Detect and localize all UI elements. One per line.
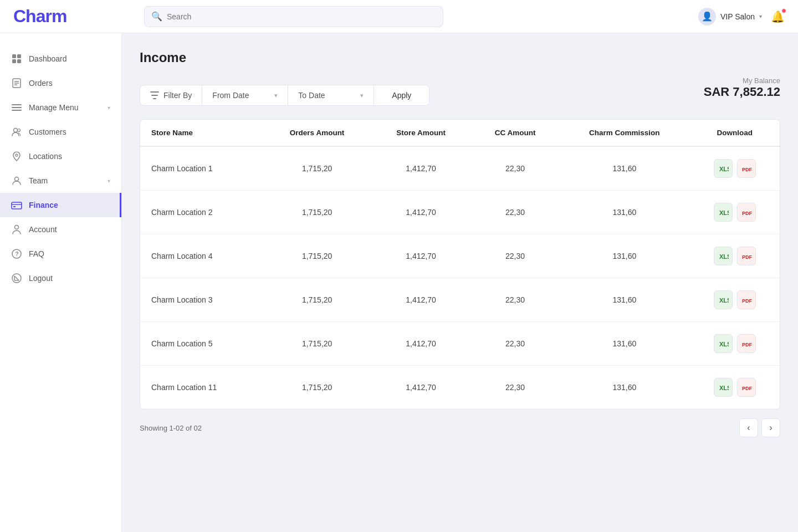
- download-excel-button[interactable]: XLS: [714, 247, 733, 265]
- sidebar: Dashboard Orders Manage Menu ▾ Customers: [0, 33, 122, 532]
- sidebar-item-orders[interactable]: Orders: [0, 71, 121, 95]
- location-icon: [11, 151, 22, 162]
- to-date-label: To Date: [298, 91, 325, 100]
- cell-store-amount: 1,412,70: [371, 322, 471, 366]
- cell-cc-amount: 22,30: [471, 366, 560, 410]
- sidebar-label-team: Team: [29, 176, 101, 185]
- cell-orders-amount: 1,715,20: [263, 191, 371, 234]
- cell-cc-amount: 22,30: [471, 146, 560, 191]
- download-pdf-button[interactable]: PDF: [737, 159, 756, 178]
- cell-download: XLS PDF: [689, 234, 780, 278]
- sidebar-item-dashboard[interactable]: Dashboard: [0, 47, 121, 71]
- cell-store-amount: 1,412,70: [371, 191, 471, 234]
- sidebar-item-team[interactable]: Team ▾: [0, 168, 121, 193]
- svg-rect-2: [12, 59, 16, 63]
- customers-icon: [11, 126, 22, 137]
- table: Store Name Orders Amount Store Amount CC…: [140, 120, 780, 409]
- from-date-chevron-down-icon: ▾: [274, 92, 278, 99]
- table-row: Charm Location 5 1,715,20 1,412,70 22,30…: [140, 322, 780, 366]
- showing-text: Showing 1-02 of 02: [140, 424, 202, 432]
- income-table: Store Name Orders Amount Store Amount CC…: [140, 119, 780, 410]
- faq-icon: ?: [11, 248, 22, 259]
- download-excel-button[interactable]: XLS: [714, 378, 733, 397]
- download-pdf-button[interactable]: PDF: [737, 290, 756, 309]
- cell-download: XLS PDF: [689, 322, 780, 366]
- svg-text:PDF: PDF: [742, 342, 752, 347]
- filter-by-text: Filter By: [163, 91, 192, 100]
- svg-point-11: [14, 129, 18, 132]
- user-info[interactable]: 👤 VIP Salon ▾: [698, 8, 762, 25]
- svg-rect-15: [12, 202, 22, 209]
- svg-text:XLS: XLS: [719, 253, 729, 260]
- balance-label: My Balance: [704, 76, 780, 85]
- cell-cc-amount: 22,30: [471, 191, 560, 234]
- sidebar-item-account[interactable]: Account: [0, 217, 121, 242]
- sidebar-item-locations[interactable]: Locations: [0, 144, 121, 168]
- topnav: Charm 🔍 👤 VIP Salon ▾ 🔔: [0, 0, 798, 33]
- topnav-right: 👤 VIP Salon ▾ 🔔: [698, 8, 785, 25]
- download-pdf-button[interactable]: PDF: [737, 378, 756, 397]
- receipt-icon: [11, 78, 22, 89]
- main-content: Income Filter By From Date ▾ To Date ▾ A…: [122, 33, 798, 532]
- sidebar-label-finance: Finance: [29, 201, 109, 209]
- cell-download: XLS PDF: [689, 191, 780, 234]
- cell-cc-amount: 22,30: [471, 234, 560, 278]
- sidebar-item-finance[interactable]: Finance: [0, 193, 121, 217]
- svg-text:?: ?: [16, 251, 19, 257]
- search-bar: 🔍: [144, 6, 443, 27]
- th-store-name: Store Name: [140, 120, 263, 146]
- download-pdf-button[interactable]: PDF: [737, 203, 756, 222]
- apply-button[interactable]: Apply: [374, 85, 429, 105]
- svg-text:XLS: XLS: [719, 166, 729, 172]
- prev-page-button[interactable]: ‹: [739, 418, 758, 437]
- cell-orders-amount: 1,715,20: [263, 234, 371, 278]
- cell-charm-commission: 131,60: [559, 278, 689, 322]
- download-pdf-button[interactable]: PDF: [737, 247, 756, 265]
- sidebar-item-faq[interactable]: ? FAQ: [0, 242, 121, 266]
- menu-icon: [11, 102, 22, 113]
- th-download: Download: [689, 120, 780, 146]
- svg-line-21: [14, 276, 19, 280]
- cell-store-name: Charm Location 2: [140, 191, 263, 234]
- sidebar-item-manage-menu[interactable]: Manage Menu ▾: [0, 95, 121, 120]
- account-icon: [11, 224, 22, 235]
- search-icon: 🔍: [151, 11, 162, 22]
- sidebar-label-locations: Locations: [29, 152, 110, 161]
- download-excel-button[interactable]: XLS: [714, 334, 733, 353]
- download-excel-button[interactable]: XLS: [714, 159, 733, 178]
- search-input[interactable]: [167, 12, 436, 21]
- cell-download: XLS PDF: [689, 146, 780, 191]
- balance-section: My Balance SAR 7,852.12: [704, 76, 780, 99]
- th-store-amount: Store Amount: [371, 120, 471, 146]
- th-orders-amount: Orders Amount: [263, 120, 371, 146]
- th-cc-amount: CC Amount: [471, 120, 560, 146]
- cell-orders-amount: 1,715,20: [263, 278, 371, 322]
- download-pdf-button[interactable]: PDF: [737, 334, 756, 353]
- svg-text:PDF: PDF: [742, 298, 752, 304]
- notification-icon[interactable]: 🔔: [771, 10, 785, 23]
- svg-text:PDF: PDF: [742, 254, 752, 260]
- page-buttons: ‹ ›: [739, 418, 780, 437]
- notification-badge: [781, 8, 786, 13]
- table-row: Charm Location 11 1,715,20 1,412,70 22,3…: [140, 366, 780, 410]
- cell-store-amount: 1,412,70: [371, 234, 471, 278]
- to-date-dropdown[interactable]: To Date ▾: [288, 85, 374, 105]
- sidebar-item-customers[interactable]: Customers: [0, 120, 121, 144]
- next-page-button[interactable]: ›: [761, 418, 780, 437]
- sidebar-item-logout[interactable]: Logout: [0, 266, 121, 290]
- finance-icon: [11, 200, 22, 211]
- cell-store-name: Charm Location 1: [140, 146, 263, 191]
- cell-orders-amount: 1,715,20: [263, 146, 371, 191]
- sidebar-label-account: Account: [29, 225, 110, 234]
- cell-orders-amount: 1,715,20: [263, 322, 371, 366]
- svg-point-14: [15, 177, 19, 181]
- logout-icon: [11, 273, 22, 284]
- download-excel-button[interactable]: XLS: [714, 203, 733, 222]
- avatar: 👤: [698, 8, 716, 25]
- cell-charm-commission: 131,60: [559, 146, 689, 191]
- table-row: Charm Location 2 1,715,20 1,412,70 22,30…: [140, 191, 780, 234]
- download-excel-button[interactable]: XLS: [714, 290, 733, 309]
- from-date-dropdown[interactable]: From Date ▾: [202, 85, 288, 105]
- sidebar-label-orders: Orders: [29, 79, 110, 88]
- cell-charm-commission: 131,60: [559, 322, 689, 366]
